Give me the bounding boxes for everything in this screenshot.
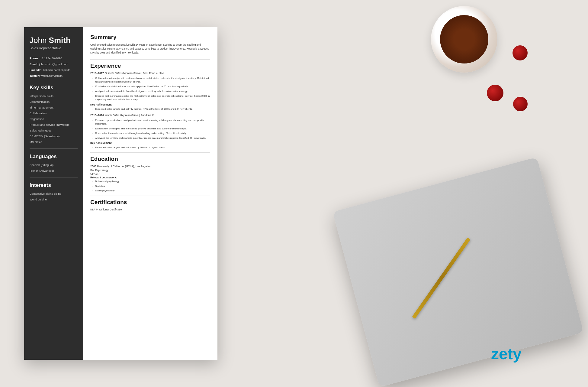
resume-document: John Smith Sales Representative Phone: +… [24,27,217,360]
separator-2 [90,152,210,153]
interest-skiing: Competitive alpine skiing [30,192,78,195]
skills-section-title: Key skills [30,85,78,91]
first-name: John [30,36,49,45]
summary-title: Summary [90,34,210,41]
skills-list: Interpersonal skills Communication Time … [30,94,78,144]
tea-liquid [440,15,488,63]
job-1-role: Outside Sales Representative [105,72,141,75]
job-2-bullets: Presented, promoted and sold products an… [90,119,210,140]
email-label: Email: [30,63,38,66]
job-1-bullet-1: Cultivated relationships with restaurant… [95,76,210,83]
skill-time-management: Time management [30,106,78,109]
coursework-3: Social psychology [95,189,210,193]
job-1-bullet-4: Ensured that merchants receive the highe… [95,94,210,101]
separator-1 [90,59,210,60]
contact-section: Phone: +1 123-456-7890 Email: john.smith… [30,57,78,78]
job-2-achievement-1: Exceeded sales targets and outcomes by 2… [95,146,210,149]
edu-1-coursework: Behavioral psychology Statistics Social … [90,180,210,193]
last-name: Smith [49,36,71,45]
skill-communication: Communication [30,100,78,103]
candidate-title: Sales Representative [30,46,78,50]
phone-label: Phone: [30,57,39,60]
skill-product-knowledge: Product and service knowledge [30,123,78,126]
lang-french: French (Advanced) [30,169,78,172]
skill-sales-techniques: Sales techniques [30,129,78,132]
job-1-achievement-label: Key Achievement: [90,103,210,106]
cherry-3 [513,97,528,111]
job-2-bullet-2: Established, developed and maintained po… [95,127,210,131]
resume-sidebar: John Smith Sales Representative Phone: +… [24,27,83,360]
candidate-name: John Smith [30,36,78,45]
job-2-years: 2015–2016 [90,114,105,117]
languages-list: Spanish (Bilingual) French (Advanced) [30,163,78,172]
skill-negotiation: Negotiation [30,117,78,121]
skill-ms-office: MS Office [30,140,78,144]
linkedin-value: linkedin.com/in/jsmith [43,68,70,72]
edu-1-year: 2008 [90,165,97,168]
job-1-company: | Best Food 4U Inc. [141,72,165,75]
job-2-achievement-bullets: Exceeded sales targets and outcomes by 2… [90,146,210,149]
linkedin-label: LinkedIn: [30,68,42,72]
job-1-bullet-3: Analyzed sales/metrics data from the des… [95,89,210,93]
coursework-1: Behavioral psychology [95,180,210,183]
job-1: 2016–2017 Outside Sales Representative |… [90,72,210,111]
interest-cuisine: World cuisine [30,198,78,201]
interests-section-title: Interests [30,182,78,188]
job-2-header: 2015–2016 Inside Sales Representative | … [90,114,210,117]
job-1-bullets: Cultivated relationships with restaurant… [90,76,210,101]
job-2-bullet-3: Reached out to customer leads through co… [95,132,210,135]
divider-2 [30,177,78,177]
tea-cup [431,6,497,73]
linkedin-item: LinkedIn: linkedin.com/in/jsmith [30,68,78,72]
email-item: Email: john.smith@gmail.com [30,63,78,66]
lang-spanish: Spanish (Bilingual) [30,163,78,167]
job-2-achievement-label: Key Achievement: [90,141,210,145]
languages-section-title: Languages [30,154,78,160]
edu-1-header: 2008 University of California (UCLA), Lo… [90,165,210,168]
phone-item: Phone: +1 123-456-7890 [30,57,78,60]
job-1-achievement-1: Exceeded sales targets and activity metr… [95,107,210,111]
education-1: 2008 University of California (UCLA), Lo… [90,165,210,193]
twitter-item: Twitter: twitter.com/jsmith [30,74,78,78]
resume-main: Summary Goal-oriented sales representati… [83,27,217,360]
edu-1-degree: BA, Psychology [90,169,210,172]
cherry-1 [512,45,528,60]
cert-1: NLP Practitioner Certification [90,208,210,211]
divider-1 [30,148,78,149]
job-1-bullet-2: Created and maintained a robust sales pi… [95,85,210,88]
skill-collaboration: Collaboration [30,112,78,115]
job-1-years: 2016–2017 [90,72,105,75]
edu-1-school: University of California (UCLA), Los Ang… [97,165,151,168]
zety-logo: zety [491,345,522,363]
phone-value: +1 123-456-7890 [40,57,62,60]
education-title: Education [90,156,210,162]
job-2-role: Inside Sales Representative [105,114,139,117]
job-1-achievement-bullets: Exceeded sales targets and activity metr… [90,107,210,111]
coursework-2: Statistics [95,184,210,188]
interests-list: Competitive alpine skiing World cuisine [30,192,78,201]
twitter-label: Twitter: [30,74,40,77]
edu-1-gpa: GPA 3.7 [90,172,210,175]
experience-title: Experience [90,63,210,69]
skill-interpersonal: Interpersonal skills [30,94,78,98]
summary-text: Goal-oriented sales representative with … [90,43,210,54]
certifications-title: Certifications [90,199,210,206]
job-2-bullet-1: Presented, promoted and sold products an… [95,119,210,125]
job-2-company: | Foodline X [139,114,154,117]
job-1-header: 2016–2017 Outside Sales Representative |… [90,72,210,75]
email-value: john.smith@gmail.com [39,63,68,66]
separator-3 [90,196,210,196]
job-2-bullet-4: Analyzed the territory and market's pote… [95,136,210,140]
skill-crm: BRM/CRM (Salesforce) [30,135,78,138]
twitter-value: twitter.com/jsmith [40,74,63,77]
job-2: 2015–2016 Inside Sales Representative | … [90,114,210,149]
edu-1-coursework-label: Relevant coursework: [90,176,210,179]
cherry-2 [487,85,503,101]
